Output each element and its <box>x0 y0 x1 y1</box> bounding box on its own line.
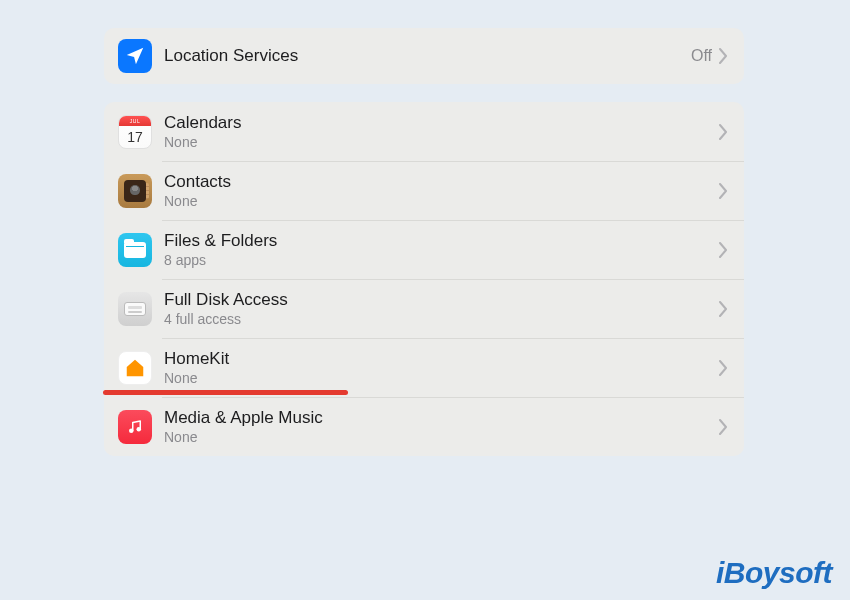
section-location: Location Services Off <box>104 28 744 84</box>
chevron-right-icon <box>718 183 728 199</box>
chevron-right-icon <box>718 360 728 376</box>
row-text: HomeKit None <box>164 348 718 387</box>
row-calendars[interactable]: JUL 17 Calendars None <box>104 102 744 161</box>
row-text: Full Disk Access 4 full access <box>164 289 718 328</box>
row-value: Off <box>691 47 712 65</box>
chevron-right-icon <box>718 48 728 64</box>
calendar-icon: JUL 17 <box>118 115 152 149</box>
row-subtitle: 4 full access <box>164 311 718 328</box>
row-files-folders[interactable]: Files & Folders 8 apps <box>104 220 744 279</box>
row-text: Files & Folders 8 apps <box>164 230 718 269</box>
row-title: Calendars <box>164 112 718 133</box>
home-icon <box>118 351 152 385</box>
row-subtitle: 8 apps <box>164 252 718 269</box>
row-title: Full Disk Access <box>164 289 718 310</box>
row-title: Contacts <box>164 171 718 192</box>
chevron-right-icon <box>718 301 728 317</box>
row-full-disk-access[interactable]: Full Disk Access 4 full access <box>104 279 744 338</box>
chevron-right-icon <box>718 242 728 258</box>
row-title: Media & Apple Music <box>164 407 718 428</box>
row-subtitle: None <box>164 429 718 446</box>
svg-point-1 <box>137 427 142 432</box>
contacts-icon <box>118 174 152 208</box>
svg-point-0 <box>129 428 134 433</box>
calendar-icon-day: 17 <box>127 126 143 148</box>
row-title: HomeKit <box>164 348 718 369</box>
row-title: Files & Folders <box>164 230 718 251</box>
chevron-right-icon <box>718 419 728 435</box>
watermark-logo: iBoysoft <box>716 556 832 590</box>
row-text: Media & Apple Music None <box>164 407 718 446</box>
disk-icon <box>118 292 152 326</box>
music-note-icon <box>118 410 152 444</box>
row-contacts[interactable]: Contacts None <box>104 161 744 220</box>
calendar-icon-month: JUL <box>119 116 151 126</box>
privacy-panel: Location Services Off JUL 17 Calendars N… <box>104 28 744 474</box>
folder-icon <box>118 233 152 267</box>
row-media-apple-music[interactable]: Media & Apple Music None <box>104 397 744 456</box>
row-subtitle: None <box>164 193 718 210</box>
row-homekit[interactable]: HomeKit None <box>104 338 744 397</box>
row-subtitle: None <box>164 370 718 387</box>
row-title: Location Services <box>164 45 691 66</box>
row-subtitle: None <box>164 134 718 151</box>
row-text: Location Services <box>164 45 691 66</box>
row-location-services[interactable]: Location Services Off <box>104 28 744 84</box>
row-text: Contacts None <box>164 171 718 210</box>
row-text: Calendars None <box>164 112 718 151</box>
section-privacy-items: JUL 17 Calendars None Contacts None <box>104 102 744 456</box>
location-arrow-icon <box>118 39 152 73</box>
chevron-right-icon <box>718 124 728 140</box>
